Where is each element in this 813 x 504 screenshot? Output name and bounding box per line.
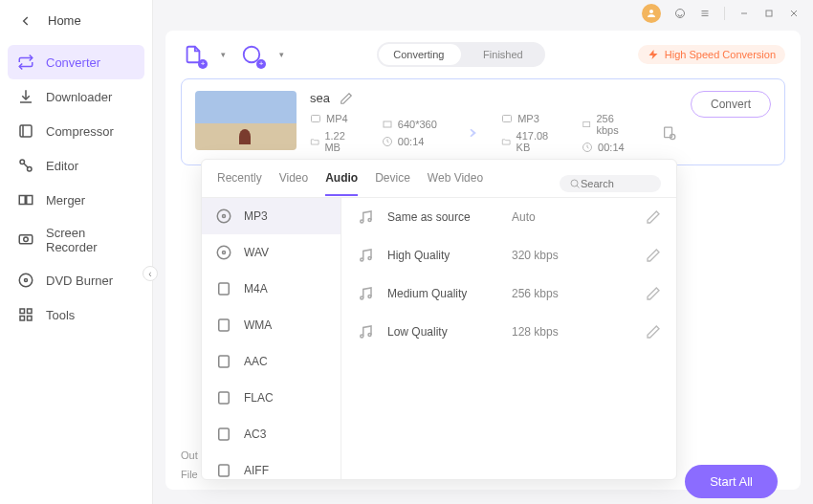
chevron-down-icon[interactable]: ▾ — [221, 50, 226, 59]
high-speed-toggle[interactable]: High Speed Conversion — [638, 45, 785, 64]
minimize-button[interactable] — [738, 8, 750, 19]
clock-icon — [582, 142, 593, 153]
bitrate-icon — [582, 119, 591, 130]
music-icon — [357, 285, 374, 302]
format-wav[interactable]: WAV — [202, 234, 341, 271]
close-button[interactable] — [788, 8, 800, 19]
svg-rect-22 — [20, 317, 25, 321]
add-folder-button[interactable]: + — [239, 42, 264, 67]
preset-medium-quality[interactable]: Medium Quality 256 kbps — [341, 274, 676, 313]
format-list: MP3 WAV M4A WMA AAC FLAC AC3 AIFF — [202, 198, 341, 479]
svg-line-35 — [577, 186, 580, 188]
menu-icon[interactable] — [699, 8, 711, 19]
svg-line-13 — [24, 164, 29, 168]
output-label: Out — [181, 449, 198, 461]
svg-rect-20 — [20, 309, 25, 314]
file-icon — [215, 280, 232, 297]
download-icon — [17, 88, 34, 105]
format-popover: Recently Video Audio Device Web Video MP… — [201, 159, 677, 480]
preset-high-quality[interactable]: High Quality 320 kbps — [341, 236, 676, 274]
music-icon — [357, 208, 374, 226]
dst-dur: 00:14 — [598, 142, 625, 153]
sidebar-item-label: DVD Burner — [46, 274, 113, 288]
svg-point-51 — [368, 296, 371, 298]
src-format: MP4 — [326, 113, 348, 124]
arrow-right-icon — [460, 122, 478, 143]
svg-point-46 — [361, 220, 363, 223]
task-title: sea — [310, 91, 330, 105]
rename-icon[interactable] — [340, 92, 353, 105]
dst-size: 417.08 KB — [516, 130, 560, 153]
svg-point-48 — [361, 258, 363, 261]
format-m4a[interactable]: M4A — [202, 271, 341, 307]
thumbnail[interactable] — [195, 91, 297, 150]
tab-video[interactable]: Video — [279, 171, 308, 196]
add-file-button[interactable]: + — [181, 42, 206, 67]
file-icon — [215, 317, 232, 334]
svg-point-18 — [19, 274, 33, 287]
svg-rect-29 — [503, 116, 512, 122]
disc-icon — [215, 208, 232, 225]
music-icon — [357, 323, 374, 340]
segment-finished[interactable]: Finished — [461, 49, 545, 60]
sidebar-item-label: Screen Recorder — [46, 226, 135, 254]
sidebar-item-converter[interactable]: Converter — [8, 45, 144, 79]
format-search[interactable] — [560, 175, 661, 192]
format-ac3[interactable]: AC3 — [202, 416, 341, 452]
preset-same-as-source[interactable]: Same as source Auto — [341, 198, 676, 236]
edit-icon[interactable] — [646, 286, 661, 301]
sidebar-item-screen-recorder[interactable]: Screen Recorder — [8, 217, 144, 263]
collapse-sidebar-button[interactable]: ‹ — [143, 266, 158, 281]
start-all-button[interactable]: Start All — [685, 465, 778, 498]
bolt-icon — [648, 49, 659, 60]
svg-rect-6 — [766, 11, 772, 16]
clock-icon — [382, 136, 393, 147]
tab-device[interactable]: Device — [375, 171, 410, 196]
svg-rect-41 — [219, 319, 230, 331]
edit-icon[interactable] — [646, 209, 661, 225]
svg-point-50 — [361, 296, 363, 299]
preset-low-quality[interactable]: Low Quality 128 kbps — [341, 313, 676, 351]
sidebar-item-label: Converter — [46, 55, 100, 70]
svg-marker-25 — [648, 50, 657, 59]
folder-icon — [501, 136, 511, 147]
sidebar-item-compressor[interactable]: Compressor — [8, 114, 144, 148]
output-settings-icon[interactable] — [662, 124, 677, 142]
svg-point-49 — [368, 257, 371, 260]
tools-icon — [17, 306, 34, 323]
edit-icon[interactable] — [646, 248, 661, 263]
segment-converting[interactable]: Converting — [377, 49, 461, 60]
sidebar-item-downloader[interactable]: Downloader — [8, 79, 144, 114]
format-flac[interactable]: FLAC — [202, 380, 341, 416]
svg-rect-15 — [27, 196, 33, 205]
format-mp3[interactable]: MP3 — [202, 198, 341, 234]
sidebar-item-tools[interactable]: Tools — [8, 297, 144, 332]
search-input[interactable] — [581, 178, 648, 189]
svg-rect-44 — [219, 428, 230, 440]
svg-point-19 — [25, 279, 28, 282]
maximize-button[interactable] — [763, 8, 775, 19]
sidebar-item-editor[interactable]: Editor — [8, 148, 144, 183]
task-card: sea MP4 1.22 MB 640*360 00:14 MP3 417.08… — [181, 78, 785, 165]
svg-point-53 — [368, 334, 371, 337]
tab-audio[interactable]: Audio — [325, 171, 358, 196]
sidebar-item-merger[interactable]: Merger — [8, 183, 144, 217]
compressor-icon — [17, 122, 34, 140]
search-icon — [569, 178, 581, 189]
tab-recently[interactable]: Recently — [217, 171, 262, 196]
resolution-icon — [382, 119, 393, 130]
format-wma[interactable]: WMA — [202, 307, 341, 343]
tab-web-video[interactable]: Web Video — [428, 171, 483, 196]
sidebar-item-dvd-burner[interactable]: DVD Burner — [8, 263, 144, 297]
edit-icon[interactable] — [646, 324, 661, 340]
svg-rect-21 — [28, 309, 33, 314]
convert-button[interactable]: Convert — [691, 91, 771, 118]
format-aac[interactable]: AAC — [202, 343, 341, 380]
avatar[interactable] — [642, 4, 661, 23]
svg-rect-27 — [384, 121, 391, 127]
support-icon[interactable] — [674, 8, 686, 19]
chevron-down-icon[interactable]: ▾ — [279, 50, 284, 59]
dvd-icon — [17, 272, 34, 289]
home-nav[interactable]: Home — [0, 0, 152, 45]
src-res: 640*360 — [398, 119, 437, 130]
